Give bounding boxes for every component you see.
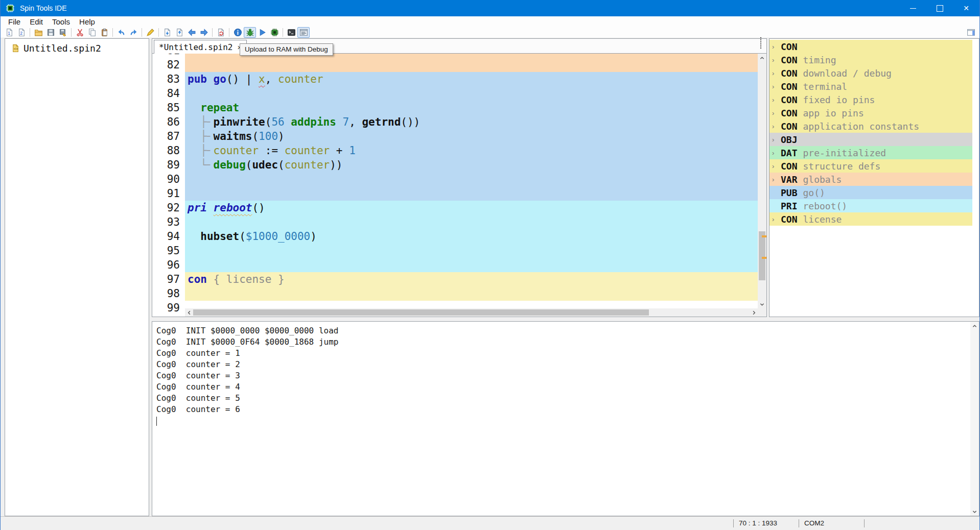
upload-debug-button[interactable] bbox=[244, 27, 256, 38]
code-editor[interactable]: 81828384858687888990919293949596979899 p… bbox=[152, 54, 766, 317]
minimize-button[interactable] bbox=[900, 0, 926, 16]
new-file-2-button[interactable]: 2 bbox=[15, 27, 28, 38]
outline-row-obj[interactable]: ›OBJ bbox=[769, 133, 972, 146]
code-line-97[interactable]: con { license } bbox=[185, 272, 758, 286]
outline-row-con-application-constants[interactable]: ›CONapplication constants bbox=[769, 119, 972, 133]
chevron-right-icon[interactable]: › bbox=[772, 162, 781, 170]
console-panel[interactable]: Cog0 INIT $0000_0000 $0000_0000 loadCog0… bbox=[152, 321, 979, 516]
menu-tools[interactable]: Tools bbox=[48, 17, 75, 26]
outline-row-con-download-debug[interactable]: ›CONdownload / debug bbox=[769, 66, 972, 80]
outline-row-pub-go-[interactable]: PUBgo() bbox=[769, 186, 972, 199]
chevron-right-icon[interactable]: › bbox=[772, 176, 781, 183]
console-scrollbar[interactable] bbox=[970, 322, 979, 516]
code-line-88[interactable]: ├╴counter := counter + 1 bbox=[185, 143, 758, 158]
scroll-up-icon[interactable] bbox=[758, 54, 766, 62]
line-number: 81 bbox=[152, 54, 180, 58]
tree-item-untitled[interactable]: <> Untitled.spin2 bbox=[5, 39, 149, 54]
info-button[interactable] bbox=[231, 27, 244, 38]
menu-edit[interactable]: Edit bbox=[25, 17, 48, 26]
chevron-right-icon[interactable]: › bbox=[772, 215, 781, 223]
terminal-button[interactable] bbox=[285, 27, 297, 38]
chevron-right-icon[interactable]: › bbox=[772, 96, 781, 104]
undo-button[interactable] bbox=[115, 27, 127, 38]
outline-key: CON bbox=[781, 41, 798, 52]
outline-row-con-structure-defs[interactable]: ›CONstructure defs bbox=[769, 159, 972, 173]
code-line-84[interactable] bbox=[185, 86, 758, 101]
code-line-86[interactable]: ├╴pinwrite(56 addpins 7, getrnd()) bbox=[185, 115, 758, 129]
outline-row-con-terminal[interactable]: ›CONterminal bbox=[769, 80, 972, 93]
scroll-right-icon[interactable] bbox=[750, 308, 758, 317]
open-button[interactable] bbox=[32, 27, 44, 38]
code-line-89[interactable]: └╴debug(udec(counter)) bbox=[185, 158, 758, 172]
code-line-91[interactable] bbox=[185, 186, 758, 201]
editor-vertical-scrollbar[interactable] bbox=[758, 54, 766, 308]
code-line-95[interactable] bbox=[185, 244, 758, 258]
toggle-outline-button[interactable] bbox=[965, 27, 977, 38]
menu-help[interactable]: Help bbox=[75, 17, 100, 26]
code-line-87[interactable]: ├╴waitms(100) bbox=[185, 129, 758, 143]
editor-vscroll-thumb[interactable] bbox=[759, 231, 765, 280]
cut-button[interactable] bbox=[74, 27, 86, 38]
outline-row-con-fixed-io-pins[interactable]: ›CONfixed io pins bbox=[769, 93, 972, 106]
paste-button[interactable] bbox=[98, 27, 110, 38]
open-icon bbox=[34, 28, 43, 37]
editor-overflow-handle[interactable] bbox=[759, 37, 762, 51]
menu-file[interactable]: File bbox=[4, 17, 25, 26]
chevron-right-icon[interactable]: › bbox=[772, 56, 781, 64]
outline-row-con[interactable]: ›CON bbox=[769, 40, 972, 53]
save-button[interactable] bbox=[44, 27, 57, 38]
code-line-85[interactable]: repeat bbox=[185, 101, 758, 115]
code-line-96[interactable] bbox=[185, 258, 758, 272]
code-line-94[interactable]: hubset($1000_0000) bbox=[185, 229, 758, 244]
tab-untitled[interactable]: *Untitled.spin2 × bbox=[154, 40, 247, 54]
code-line-92[interactable]: pri reboot() bbox=[185, 201, 758, 215]
chevron-right-icon[interactable]: › bbox=[772, 109, 781, 117]
console-scroll-up-icon[interactable] bbox=[970, 322, 979, 330]
scroll-left-icon[interactable] bbox=[185, 308, 193, 317]
cut-icon bbox=[76, 28, 84, 37]
format-button[interactable] bbox=[144, 27, 156, 38]
upload-ram-button[interactable] bbox=[256, 27, 268, 38]
outline-row-con-app-io-pins[interactable]: ›CONapp io pins bbox=[769, 106, 972, 119]
copy-button[interactable] bbox=[86, 27, 98, 38]
chevron-right-icon[interactable]: › bbox=[772, 83, 781, 90]
outline-key: CON bbox=[781, 214, 798, 225]
code-line-90[interactable] bbox=[185, 172, 758, 186]
reload-button[interactable] bbox=[215, 27, 227, 38]
outline-row-dat-pre-initialized[interactable]: ›DATpre-initialized bbox=[769, 146, 972, 159]
chevron-right-icon[interactable]: › bbox=[772, 149, 781, 157]
maximize-icon bbox=[937, 5, 943, 12]
chevron-right-icon[interactable]: › bbox=[772, 43, 781, 51]
console-button[interactable] bbox=[297, 27, 310, 38]
back-button[interactable] bbox=[185, 27, 198, 38]
outline-row-var-globals[interactable]: ›VARglobals bbox=[769, 173, 972, 186]
import-icon bbox=[163, 28, 172, 37]
maximize-button[interactable] bbox=[926, 0, 953, 16]
code-line-93[interactable] bbox=[185, 215, 758, 229]
upload-flash-button[interactable] bbox=[268, 27, 281, 38]
code-line-83[interactable]: pub go() | x, counter bbox=[185, 72, 758, 86]
outline-row-con-license[interactable]: ›CONlicense bbox=[769, 212, 972, 226]
save-as-button[interactable] bbox=[57, 27, 69, 38]
new-file-1-button[interactable]: 1 bbox=[3, 27, 15, 38]
console-scroll-down-icon[interactable] bbox=[970, 508, 979, 516]
outline-row-con-timing[interactable]: ›CONtiming bbox=[769, 53, 972, 66]
code-area[interactable]: pub go() | x, counter repeat ├╴pinwrite(… bbox=[185, 54, 758, 317]
scroll-down-icon[interactable] bbox=[758, 300, 766, 308]
export-button[interactable] bbox=[173, 27, 185, 38]
close-button[interactable]: ✕ bbox=[953, 0, 979, 16]
outline-panel: ›CON›CONtiming›CONdownload / debug›CONte… bbox=[769, 38, 979, 317]
code-line-82[interactable] bbox=[185, 58, 758, 72]
code-line-98[interactable] bbox=[185, 286, 758, 301]
chevron-right-icon[interactable]: › bbox=[772, 136, 781, 143]
editor-hscroll-thumb[interactable] bbox=[193, 309, 649, 316]
redo-button[interactable] bbox=[127, 27, 139, 38]
toolbar-separator bbox=[283, 28, 283, 37]
chevron-right-icon[interactable]: › bbox=[772, 123, 781, 130]
import-button[interactable] bbox=[161, 27, 173, 38]
editor-horizontal-scrollbar[interactable] bbox=[185, 308, 758, 317]
forward-button[interactable] bbox=[198, 27, 210, 38]
chevron-right-icon[interactable]: › bbox=[772, 69, 781, 77]
outline-row-pri-reboot-[interactable]: PRIreboot() bbox=[769, 199, 972, 212]
line-number: 96 bbox=[152, 258, 180, 272]
